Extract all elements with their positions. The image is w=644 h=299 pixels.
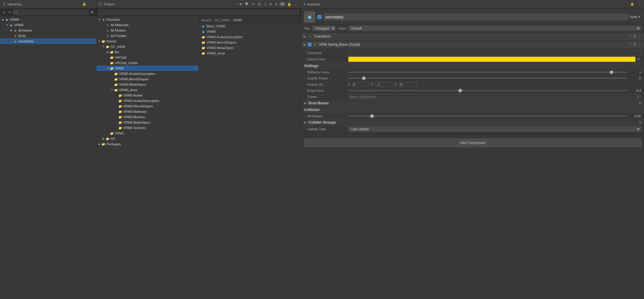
file-metaobject[interactable]: 📁 VRM0.MetaObject xyxy=(199,45,301,51)
tree-assets[interactable]: ▼ 📁 Assets xyxy=(96,39,199,44)
tree-vrchat-mobile[interactable]: ▶ 📁 VRChat_mobile xyxy=(96,60,199,66)
settings-section[interactable]: Settings xyxy=(301,63,644,69)
file-avatar-desc-label: VRM0.AvatarDescription xyxy=(207,35,243,39)
hierarchy-filter-btn[interactable]: ⊞ xyxy=(90,10,94,14)
layer-select[interactable]: Default xyxy=(349,26,641,31)
tree-packages[interactable]: ▶ 📁 Packages xyxy=(96,141,199,147)
hierarchy-lock-btn[interactable]: 🔒 xyxy=(81,2,87,6)
tree-vrm0-textures[interactable]: ▶ 📁 VRM0.Textures xyxy=(96,125,199,131)
breadcrumb-sv-jobw[interactable]: SV_JobW xyxy=(215,18,230,22)
tree-vrm0-metaobject2[interactable]: ▶ 📁 VRM0.MetaObject xyxy=(96,120,199,125)
tree-vrm0-materials[interactable]: ▶ 📁 VRM0.Materials xyxy=(96,109,199,114)
project-star-btn[interactable]: ★ xyxy=(268,2,273,7)
tree-vrm0-metaobject[interactable]: ▶ 📁 VRM0.MetaObject xyxy=(96,82,199,87)
tree-item-secondary[interactable]: ▶ ◆ secondary xyxy=(0,39,96,44)
gravity-power-slider[interactable] xyxy=(348,78,627,79)
gizmo-color-edit-btn[interactable]: ✏ xyxy=(637,57,641,61)
vrm-spring-more-icon[interactable]: ⋮ xyxy=(638,42,642,47)
transform-help-icon[interactable]: ? xyxy=(629,34,631,39)
gravity-dir-x-input[interactable] xyxy=(352,82,370,87)
stiffness-slider-container: 1 xyxy=(348,70,641,74)
tree-item-armature[interactable]: ▶ ■ Armature xyxy=(0,28,96,33)
drag-force-slider[interactable] xyxy=(348,90,627,91)
project-search-btn[interactable]: 🔍 xyxy=(244,2,250,7)
tree-vrchat[interactable]: ▶ 📁 VRChat xyxy=(96,55,199,60)
tree-all-prefabs[interactable]: ▶ ⊙ All Prefabs xyxy=(96,33,199,39)
project-filter-btn[interactable]: ⊞ xyxy=(257,2,262,7)
file-base-vrm0[interactable]: ◆ Base_VRM0 xyxy=(199,23,301,29)
static-badge-btn[interactable]: Static ▼ xyxy=(630,15,641,19)
tree-item-vrm0-child[interactable]: ▼ ◆ VRM0 xyxy=(0,22,96,28)
root-bones-section[interactable]: ▶ Root Bones 0 xyxy=(301,100,644,106)
hierarchy-more-btn[interactable]: ⋮ xyxy=(89,2,94,6)
transform-more-icon[interactable]: ⋮ xyxy=(638,34,642,39)
update-type-select[interactable]: Normal Animate Physics Late Update xyxy=(348,126,641,132)
gizmo-color-swatch[interactable] xyxy=(348,57,636,62)
transform-component: ▶ ↔ Transform ? ⊞ ⋮ xyxy=(301,32,644,41)
project-eye-btn[interactable]: 👁 xyxy=(251,2,256,7)
vrm-spring-active-checkbox[interactable] xyxy=(308,43,311,46)
object-active-checkbox[interactable] xyxy=(317,15,321,19)
center-ref-pick-btn[interactable]: ⊙ xyxy=(637,95,639,99)
tree-favorites[interactable]: ▼ ★ Favorites xyxy=(96,17,199,22)
collider-groups-title: Collider Groups xyxy=(308,120,638,125)
vrm-spring-settings-icon[interactable]: ⊞ xyxy=(633,42,636,47)
hierarchy-search-input[interactable] xyxy=(13,10,89,15)
project-tree: ▼ ★ Favorites ▶ ⊙ All Materials ▶ ⊙ All … xyxy=(96,16,199,299)
tree-arrow-vrm0-root: ▶ xyxy=(1,18,5,21)
inspector-lock-btn[interactable]: 🔒 xyxy=(629,2,635,6)
breadcrumb-assets[interactable]: Assets xyxy=(201,18,211,22)
transform-header[interactable]: ▶ ↔ Transform ? ⊞ ⋮ xyxy=(301,32,644,40)
project-lock-btn[interactable]: 🔒 xyxy=(286,2,292,7)
tree-xr[interactable]: ▶ 📁 XR xyxy=(96,136,199,141)
gravity-dir-z-input[interactable] xyxy=(399,82,417,87)
tree-vrm0-folder[interactable]: ▼ 📁 VRM0 xyxy=(96,66,199,71)
stiffness-force-slider[interactable] xyxy=(348,72,627,73)
tree-fbx[interactable]: ▶ 📁 fbx xyxy=(96,49,199,55)
tree-vrm0-temp[interactable]: ▼ 📁 VRM0_temp xyxy=(96,87,199,93)
comment-input[interactable] xyxy=(348,50,641,55)
tree-vrm0-meshes[interactable]: ▶ 📁 VRM0.Meshes xyxy=(96,114,199,120)
file-avatar-desc[interactable]: 📁 VRM0.AvatarDescription xyxy=(199,34,301,40)
object-name-input[interactable] xyxy=(323,14,628,20)
file-vrm0[interactable]: ◆ VRM0 xyxy=(199,29,301,34)
hierarchy-add-arrow-btn[interactable]: ▼ xyxy=(7,11,12,14)
tree-vrm0-avatar[interactable]: ▶ 📁 VRM0.Avatar xyxy=(96,93,199,98)
project-more-btn[interactable]: ⋮ xyxy=(293,2,299,7)
tree-vrm1[interactable]: ▶ 📁 VRM1 xyxy=(96,131,199,136)
gravity-dir-y-input[interactable] xyxy=(375,82,393,87)
project-layers-btn[interactable]: ⊕ xyxy=(274,2,279,7)
tree-vrm0-blendshapes[interactable]: ▶ 📁 VRM0.BlendShapes xyxy=(96,76,199,82)
vrm1-icon: 📁 xyxy=(110,131,114,135)
vrm0-textures-label: VRM0.Textures xyxy=(123,126,146,130)
tree-all-models[interactable]: ▶ ⊙ All Models xyxy=(96,28,199,33)
project-menu-icon[interactable]: ☰ xyxy=(99,2,102,6)
vrm-spring-bone-header[interactable]: ▶ # VRM Spring Bone (Script) ? ⊞ ⋮ xyxy=(301,41,644,48)
tree-item-vrm0-root[interactable]: ▶ ◆ VRM0 xyxy=(0,17,96,22)
inspector-more-btn[interactable]: ⋮ xyxy=(636,2,642,6)
vrm0-folder-label: VRM0 xyxy=(115,66,124,70)
collider-groups-section[interactable]: ▶ Collider Groups 0 xyxy=(301,119,644,126)
breadcrumb-vrm0[interactable]: VRM0 xyxy=(233,18,242,22)
tag-label: Tag xyxy=(304,26,310,30)
project-search-input[interactable] xyxy=(98,10,299,15)
file-blendshapes[interactable]: 📁 VRM0.BlendShapes xyxy=(199,40,301,45)
project-add-btn[interactable]: +▼ xyxy=(236,2,243,7)
hit-radius-slider[interactable] xyxy=(348,116,627,117)
static-label: Static xyxy=(630,15,638,19)
tree-sv-jobw[interactable]: ▼ 📁 SV_JobW xyxy=(96,44,199,49)
tree-vrm0-blendshapes2[interactable]: ▶ 📁 VRM0.BlendShapes xyxy=(96,103,199,109)
file-vrm0-temp[interactable]: 📁 VRM0_temp xyxy=(199,51,301,56)
tag-select[interactable]: Untagged xyxy=(312,26,336,31)
add-component-btn[interactable]: Add Component xyxy=(304,139,641,147)
tree-vrm0-avatar-desc2[interactable]: ▶ 📁 VRM0.AvatarDescription xyxy=(96,98,199,103)
tree-vrm0-avatar-desc[interactable]: ▶ 📁 VRM0.AvatarDescription xyxy=(96,71,199,76)
hierarchy-menu-icon[interactable]: ☰ xyxy=(2,2,6,6)
vrm-spring-help-icon[interactable]: ? xyxy=(629,42,631,47)
hierarchy-add-btn[interactable]: + xyxy=(2,10,6,15)
transform-settings-icon[interactable]: ⊞ xyxy=(633,34,636,39)
tree-item-body[interactable]: ▶ ■ Body xyxy=(0,33,96,39)
tree-all-materials[interactable]: ▶ ⊙ All Materials xyxy=(96,22,199,28)
project-warning-btn[interactable]: ⚠ xyxy=(262,2,267,7)
packages-label: Packages xyxy=(106,142,121,146)
